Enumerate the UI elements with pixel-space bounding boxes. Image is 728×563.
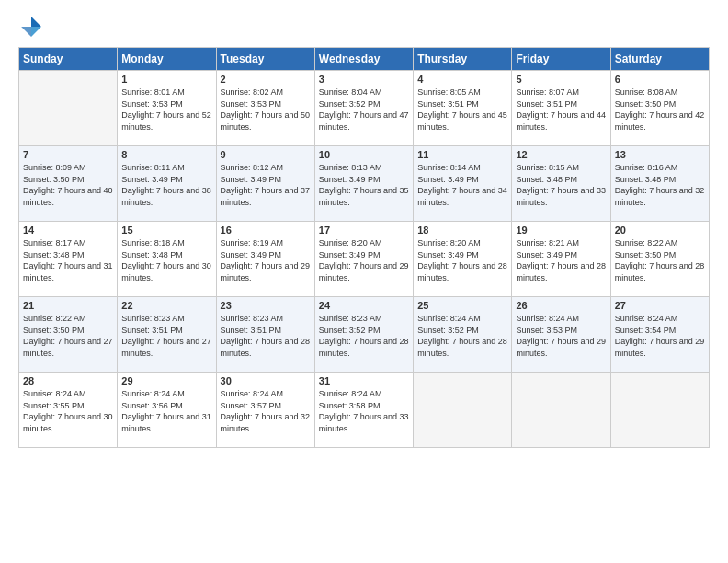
- day-info: Sunrise: 8:04 AMSunset: 3:52 PMDaylight:…: [319, 86, 409, 132]
- day-number: 2: [221, 74, 311, 85]
- header-cell-sunday: Sunday: [19, 48, 118, 71]
- calendar-cell: 26Sunrise: 8:24 AMSunset: 3:53 PMDayligh…: [512, 297, 610, 373]
- week-row-4: 21Sunrise: 8:22 AMSunset: 3:50 PMDayligh…: [19, 297, 710, 373]
- day-info: Sunrise: 8:17 AMSunset: 3:48 PMDaylight:…: [23, 237, 113, 283]
- week-row-1: 1Sunrise: 8:01 AMSunset: 3:53 PMDaylight…: [19, 71, 710, 146]
- day-info: Sunrise: 8:24 AMSunset: 3:55 PMDaylight:…: [23, 388, 113, 434]
- day-info: Sunrise: 8:07 AMSunset: 3:51 PMDaylight:…: [516, 86, 606, 132]
- calendar-cell: [512, 373, 610, 448]
- day-info: Sunrise: 8:23 AMSunset: 3:51 PMDaylight:…: [221, 313, 311, 359]
- day-number: 24: [319, 300, 409, 311]
- week-row-3: 14Sunrise: 8:17 AMSunset: 3:48 PMDayligh…: [19, 222, 710, 297]
- page: SundayMondayTuesdayWednesdayThursdayFrid…: [0, 0, 728, 563]
- calendar-cell: 3Sunrise: 8:04 AMSunset: 3:52 PMDaylight…: [314, 71, 413, 146]
- day-info: Sunrise: 8:22 AMSunset: 3:50 PMDaylight:…: [23, 313, 113, 359]
- calendar-cell: 10Sunrise: 8:13 AMSunset: 3:49 PMDayligh…: [314, 146, 413, 222]
- day-number: 21: [23, 300, 113, 311]
- calendar-cell: 30Sunrise: 8:24 AMSunset: 3:57 PMDayligh…: [216, 373, 314, 448]
- day-number: 16: [221, 224, 311, 236]
- calendar-cell: 25Sunrise: 8:24 AMSunset: 3:52 PMDayligh…: [414, 297, 512, 373]
- week-row-2: 7Sunrise: 8:09 AMSunset: 3:50 PMDaylight…: [19, 146, 710, 222]
- day-number: 18: [417, 224, 507, 236]
- calendar-cell: 28Sunrise: 8:24 AMSunset: 3:55 PMDayligh…: [19, 373, 118, 448]
- calendar-cell: 17Sunrise: 8:20 AMSunset: 3:49 PMDayligh…: [314, 222, 413, 297]
- calendar-cell: 12Sunrise: 8:15 AMSunset: 3:48 PMDayligh…: [512, 146, 610, 222]
- calendar-table: SundayMondayTuesdayWednesdayThursdayFrid…: [18, 47, 710, 448]
- calendar-cell: 19Sunrise: 8:21 AMSunset: 3:49 PMDayligh…: [512, 222, 610, 297]
- day-info: Sunrise: 8:01 AMSunset: 3:53 PMDaylight:…: [121, 86, 211, 132]
- calendar-cell: [414, 373, 512, 448]
- day-number: 7: [23, 149, 113, 160]
- day-info: Sunrise: 8:15 AMSunset: 3:48 PMDaylight:…: [516, 162, 606, 208]
- calendar-cell: [19, 71, 118, 146]
- day-number: 29: [121, 375, 211, 386]
- day-number: 23: [221, 300, 311, 311]
- header-cell-saturday: Saturday: [610, 48, 709, 71]
- day-info: Sunrise: 8:20 AMSunset: 3:49 PMDaylight:…: [417, 237, 507, 283]
- calendar-cell: 5Sunrise: 8:07 AMSunset: 3:51 PMDaylight…: [512, 71, 610, 146]
- day-number: 31: [319, 375, 409, 386]
- svg-marker-0: [31, 17, 41, 27]
- day-number: 28: [23, 375, 113, 386]
- header-cell-wednesday: Wednesday: [314, 48, 413, 71]
- calendar-cell: 13Sunrise: 8:16 AMSunset: 3:48 PMDayligh…: [610, 146, 709, 222]
- day-number: 3: [319, 74, 409, 85]
- calendar-cell: 24Sunrise: 8:23 AMSunset: 3:52 PMDayligh…: [314, 297, 413, 373]
- day-number: 12: [516, 149, 606, 160]
- calendar-cell: 18Sunrise: 8:20 AMSunset: 3:49 PMDayligh…: [414, 222, 512, 297]
- day-info: Sunrise: 8:21 AMSunset: 3:49 PMDaylight:…: [516, 237, 606, 283]
- day-info: Sunrise: 8:19 AMSunset: 3:49 PMDaylight:…: [221, 237, 311, 283]
- calendar-cell: 9Sunrise: 8:12 AMSunset: 3:49 PMDaylight…: [216, 146, 314, 222]
- day-info: Sunrise: 8:24 AMSunset: 3:54 PMDaylight:…: [615, 313, 705, 359]
- day-number: 5: [516, 74, 606, 85]
- day-info: Sunrise: 8:02 AMSunset: 3:53 PMDaylight:…: [221, 86, 311, 132]
- calendar-cell: 4Sunrise: 8:05 AMSunset: 3:51 PMDaylight…: [414, 71, 512, 146]
- calendar-cell: 31Sunrise: 8:24 AMSunset: 3:58 PMDayligh…: [314, 373, 413, 448]
- day-number: 1: [121, 74, 211, 85]
- header-cell-thursday: Thursday: [414, 48, 512, 71]
- day-info: Sunrise: 8:22 AMSunset: 3:50 PMDaylight:…: [615, 237, 705, 283]
- svg-marker-1: [31, 27, 41, 37]
- calendar-cell: 2Sunrise: 8:02 AMSunset: 3:53 PMDaylight…: [216, 71, 314, 146]
- calendar-cell: 21Sunrise: 8:22 AMSunset: 3:50 PMDayligh…: [19, 297, 118, 373]
- calendar-cell: 27Sunrise: 8:24 AMSunset: 3:54 PMDayligh…: [610, 297, 709, 373]
- svg-marker-2: [21, 27, 31, 37]
- header: [18, 14, 710, 40]
- day-number: 30: [221, 375, 311, 386]
- day-number: 22: [121, 300, 211, 311]
- logo: [18, 14, 48, 40]
- day-info: Sunrise: 8:08 AMSunset: 3:50 PMDaylight:…: [615, 86, 705, 132]
- day-number: 4: [417, 74, 507, 85]
- calendar-cell: 16Sunrise: 8:19 AMSunset: 3:49 PMDayligh…: [216, 222, 314, 297]
- day-info: Sunrise: 8:13 AMSunset: 3:49 PMDaylight:…: [319, 162, 409, 208]
- logo-icon: [18, 14, 44, 40]
- calendar-cell: 29Sunrise: 8:24 AMSunset: 3:56 PMDayligh…: [118, 373, 216, 448]
- day-info: Sunrise: 8:24 AMSunset: 3:58 PMDaylight:…: [319, 388, 409, 434]
- day-info: Sunrise: 8:12 AMSunset: 3:49 PMDaylight:…: [221, 162, 311, 208]
- day-info: Sunrise: 8:24 AMSunset: 3:53 PMDaylight:…: [516, 313, 606, 359]
- calendar-cell: 22Sunrise: 8:23 AMSunset: 3:51 PMDayligh…: [118, 297, 216, 373]
- calendar-cell: 7Sunrise: 8:09 AMSunset: 3:50 PMDaylight…: [19, 146, 118, 222]
- day-number: 6: [615, 74, 705, 85]
- day-info: Sunrise: 8:20 AMSunset: 3:49 PMDaylight:…: [319, 237, 409, 283]
- day-info: Sunrise: 8:18 AMSunset: 3:48 PMDaylight:…: [121, 237, 211, 283]
- day-number: 19: [516, 224, 606, 236]
- header-cell-monday: Monday: [118, 48, 216, 71]
- day-info: Sunrise: 8:24 AMSunset: 3:57 PMDaylight:…: [221, 388, 311, 434]
- week-row-5: 28Sunrise: 8:24 AMSunset: 3:55 PMDayligh…: [19, 373, 710, 448]
- day-number: 27: [615, 300, 705, 311]
- day-info: Sunrise: 8:23 AMSunset: 3:51 PMDaylight:…: [121, 313, 211, 359]
- day-info: Sunrise: 8:11 AMSunset: 3:49 PMDaylight:…: [121, 162, 211, 208]
- calendar-cell: 23Sunrise: 8:23 AMSunset: 3:51 PMDayligh…: [216, 297, 314, 373]
- calendar-cell: 20Sunrise: 8:22 AMSunset: 3:50 PMDayligh…: [610, 222, 709, 297]
- day-number: 9: [221, 149, 311, 160]
- day-number: 11: [417, 149, 507, 160]
- day-number: 25: [417, 300, 507, 311]
- day-info: Sunrise: 8:23 AMSunset: 3:52 PMDaylight:…: [319, 313, 409, 359]
- day-info: Sunrise: 8:14 AMSunset: 3:49 PMDaylight:…: [417, 162, 507, 208]
- day-info: Sunrise: 8:09 AMSunset: 3:50 PMDaylight:…: [23, 162, 113, 208]
- calendar-cell: 15Sunrise: 8:18 AMSunset: 3:48 PMDayligh…: [118, 222, 216, 297]
- header-cell-friday: Friday: [512, 48, 610, 71]
- calendar-cell: 14Sunrise: 8:17 AMSunset: 3:48 PMDayligh…: [19, 222, 118, 297]
- calendar-cell: 11Sunrise: 8:14 AMSunset: 3:49 PMDayligh…: [414, 146, 512, 222]
